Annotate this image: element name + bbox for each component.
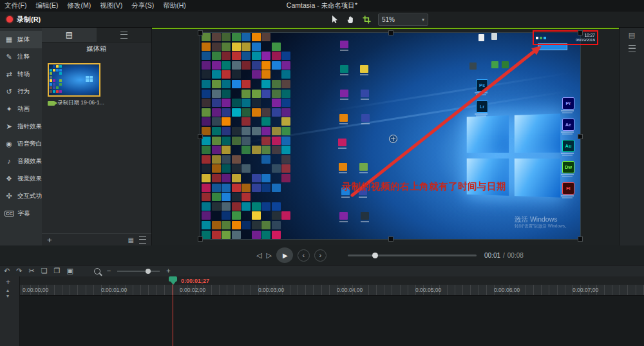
desktop-icon <box>340 90 349 100</box>
sidebar-item-interactivity[interactable]: ✣交互式功能 <box>0 187 42 205</box>
desktop-icon-label <box>340 50 348 51</box>
track-down-button[interactable]: ▾ <box>6 293 9 299</box>
menu-item[interactable]: 分享(S) <box>127 1 158 10</box>
jump-back-button[interactable]: ‹ <box>298 249 310 262</box>
playback-progress-thumb[interactable] <box>372 253 378 258</box>
sidebar-item-visual-effects[interactable]: ❖视觉效果 <box>0 170 42 187</box>
sidebar-item-transitions[interactable]: ⇄转场 <box>0 66 42 83</box>
add-media-button[interactable]: + <box>47 236 52 244</box>
ruler-timestamp: 0:00:06;00 <box>494 287 520 293</box>
thumb-icon <box>50 90 52 93</box>
resize-handle[interactable] <box>578 134 583 139</box>
marker-button[interactable]: ▣ <box>66 267 73 274</box>
desktop-icon <box>361 114 370 124</box>
track-up-button[interactable]: ▴ <box>6 287 9 293</box>
jump-forward-icon: › <box>319 252 322 259</box>
thumb-icon <box>56 86 59 89</box>
magnifier-icon[interactable] <box>94 268 100 274</box>
thumb-icon <box>50 86 52 89</box>
thumb-icon <box>56 65 59 68</box>
tab-library[interactable] <box>97 28 151 42</box>
sidebar-item-voice-narration[interactable]: ◉语音旁白 <box>0 135 42 153</box>
media-item[interactable]: 录制日期 19-06-1... <box>48 63 112 107</box>
select-tool-button[interactable] <box>330 15 339 24</box>
desktop-icon-label <box>361 221 369 222</box>
windows-logo-thumb <box>86 76 89 79</box>
copy-button[interactable]: ❏ <box>41 267 48 274</box>
resize-handle[interactable] <box>578 236 583 242</box>
track-area[interactable] <box>19 295 644 346</box>
toolbar: 录制(R) 51% ▾ <box>0 12 644 28</box>
add-track-button[interactable]: + <box>6 278 10 287</box>
paste-button[interactable]: ❐ <box>54 267 61 274</box>
clock-highlight-rect[interactable]: 10:27 06/19/2019 <box>533 30 598 45</box>
menu-item[interactable]: 帮助(H) <box>158 1 191 10</box>
desktop-icon <box>360 65 369 75</box>
next-frame-button[interactable]: ▷ <box>266 252 271 259</box>
media-bin-icon: ▤ <box>66 30 73 39</box>
resize-handle[interactable] <box>198 134 203 139</box>
timeline-zoom-slider[interactable] <box>117 271 160 272</box>
text-annotation[interactable]: 录制的视频的右上角就有了时间与日期 <box>342 180 561 193</box>
playhead-row[interactable] <box>19 276 644 285</box>
menubar: 文件(F)编辑(E)修改(M)视图(V)分享(S)帮助(H) Camtasia … <box>0 0 644 12</box>
canvas-video[interactable]: PsLr PrAeAuDwFl 激活 Windows 转到“设置”以激活 Win… <box>200 33 580 239</box>
prev-frame-button[interactable]: ◁ <box>256 252 261 259</box>
sidebar-item-label: 语音旁白 <box>17 140 42 148</box>
animations-icon: ✦ <box>5 106 14 113</box>
sidebar-item-behaviors[interactable]: ↺行为 <box>0 83 42 101</box>
split-button[interactable]: ✂ <box>28 267 34 274</box>
resize-handle[interactable] <box>388 30 393 35</box>
pan-tool-button[interactable] <box>346 15 355 24</box>
taskbar-tray-icons <box>536 37 546 39</box>
grid-view-button[interactable]: ▦ <box>128 236 134 244</box>
sidebar-item-audio-effects[interactable]: ♪音频效果 <box>0 153 42 170</box>
desktop-icon <box>340 41 349 51</box>
thumb-icon <box>56 69 59 72</box>
playback-progress-slider[interactable] <box>348 255 477 256</box>
desktop-icon-image <box>340 65 348 73</box>
resize-handle[interactable] <box>388 236 393 242</box>
zoom-in-button[interactable]: + <box>166 267 170 274</box>
menu-item[interactable]: 视图(V) <box>95 1 127 10</box>
media-bin-content[interactable]: 录制日期 19-06-1... <box>42 55 151 233</box>
play-button[interactable]: ▶ <box>276 247 293 263</box>
sidebar-item-media[interactable]: ▦媒体 <box>0 31 42 48</box>
canvas-zoom-select[interactable]: 51% ▾ <box>378 14 428 26</box>
timeline-zoom-thumb[interactable] <box>146 269 151 274</box>
jump-forward-button[interactable]: › <box>314 249 327 262</box>
undo-button[interactable]: ↶ <box>4 267 10 274</box>
sidebar-item-annotations[interactable]: ✎注释 <box>0 48 42 66</box>
panel-list-icon[interactable] <box>629 45 636 52</box>
list-view-button[interactable] <box>139 236 146 244</box>
record-button[interactable]: 录制(R) <box>0 12 47 27</box>
sidebar-item-cursor-effects[interactable]: ➤指针效果 <box>0 118 42 135</box>
center-handle[interactable] <box>389 135 397 143</box>
playhead-handle[interactable] <box>169 276 177 282</box>
sidebar-item-captions[interactable]: CC字幕 <box>0 205 42 222</box>
crop-tool-button[interactable] <box>362 15 371 24</box>
timeline-ruler[interactable]: 0:00:00;000:00:01;000:00:02;000:00:03;00… <box>19 285 644 295</box>
canvas[interactable]: PsLr PrAeAuDwFl 激活 Windows 转到“设置”以激活 Win… <box>152 28 619 245</box>
adobe-pr-icon: Pr <box>562 97 574 110</box>
tab-media-bin[interactable]: ▤ <box>42 28 97 42</box>
sidebar-item-animations[interactable]: ✦动画 <box>0 101 42 118</box>
time-display: 00:01 / 00:08 <box>484 245 524 265</box>
adobe-dw-icon: Dw <box>562 161 574 173</box>
zoom-out-button[interactable]: − <box>107 267 111 274</box>
desktop-icon-image <box>339 212 348 220</box>
menu-item[interactable]: 编辑(E) <box>31 1 62 10</box>
record-label: 录制(R) <box>17 15 41 24</box>
properties-panel-icon[interactable]: ▤ <box>629 31 635 39</box>
resize-handle[interactable] <box>198 236 203 242</box>
timeline: + ▴ ▾ 0:00:00;000:00:01;000:00:02;000:00… <box>0 276 644 346</box>
resize-handle[interactable] <box>578 30 583 35</box>
thumb-icon <box>59 90 62 93</box>
current-time: 00:01 <box>484 252 500 259</box>
redo-button[interactable]: ↷ <box>16 267 22 274</box>
media-thumbnail[interactable] <box>48 63 100 97</box>
menu-item[interactable]: 文件(F) <box>0 1 31 10</box>
thumb-icon <box>53 86 55 89</box>
resize-handle[interactable] <box>198 30 203 35</box>
menu-item[interactable]: 修改(M) <box>62 1 95 10</box>
